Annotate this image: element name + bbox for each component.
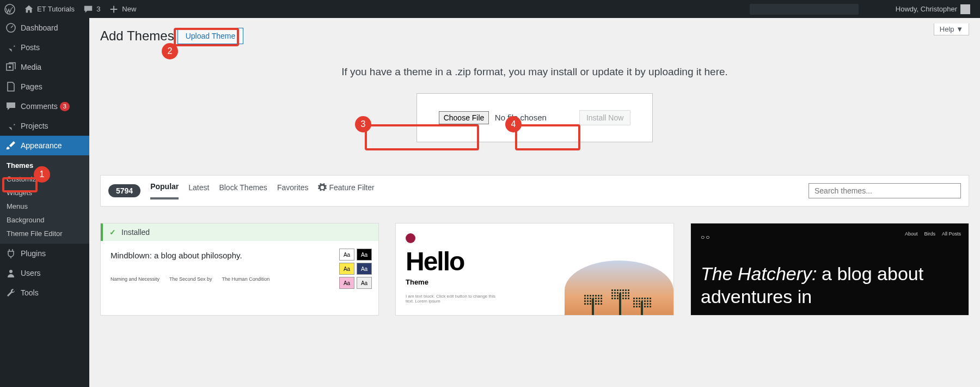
theme-col3: The Human Condition <box>222 276 270 282</box>
hatchery-nav: About Birds All Posts <box>905 231 961 237</box>
theme-card-hatchery[interactable]: ○○ About Birds All Posts The Hatchery: a… <box>690 223 969 316</box>
theme-preview: Mindblown: a blog about philosophy. Nami… <box>101 241 378 292</box>
comment-icon <box>83 4 93 14</box>
svg-point-2 <box>9 66 11 68</box>
site-home-link[interactable]: ET Tutorials <box>20 0 79 18</box>
wp-logo[interactable] <box>0 0 20 18</box>
wordpress-icon <box>4 4 15 15</box>
upload-theme-button[interactable]: Upload Theme <box>177 28 244 44</box>
filter-favorites[interactable]: Favorites <box>277 183 309 198</box>
adminbar-spacer <box>750 4 859 15</box>
theme-preview: Hello Theme I am text block. Click edit … <box>396 223 673 315</box>
site-name: ET Tutorials <box>37 5 75 13</box>
sidebar-item-dashboard[interactable]: Dashboard <box>0 18 89 38</box>
sidebar-sub-menus[interactable]: Menus <box>0 199 89 213</box>
elementor-icon <box>406 233 415 243</box>
sidebar-label: Comments <box>21 102 58 111</box>
sidebar-label: Posts <box>21 43 40 52</box>
sidebar-item-appearance[interactable]: Appearance <box>0 136 89 155</box>
comments-count: 3 <box>96 5 100 13</box>
new-label: New <box>122 5 136 13</box>
plugin-icon <box>5 248 16 259</box>
feature-filter-label: Feature Filter <box>329 183 374 192</box>
upload-box: Choose File No file chosen Install Now <box>416 93 653 142</box>
hatchery-title-italic: The Hatchery: <box>701 263 817 284</box>
comments-link[interactable]: 3 <box>79 0 105 18</box>
home-icon <box>24 4 34 14</box>
hello-lorem: I am text block. Click edit button to ch… <box>406 294 504 304</box>
content-area: Help ▼ Add Themes Upload Theme If you ha… <box>89 18 980 387</box>
nav-link: All Posts <box>942 231 961 237</box>
sidebar-sub-themes[interactable]: Themes <box>0 159 89 172</box>
sidebar-label: Tools <box>21 288 39 297</box>
theme-filter-bar: 5794 Popular Latest Block Themes Favorit… <box>100 175 969 207</box>
sidebar-item-projects[interactable]: Projects <box>0 116 89 136</box>
comments-badge: 3 <box>60 102 70 111</box>
upload-instructions: If you have a theme in a .zip format, yo… <box>100 66 969 78</box>
nav-link: Birds <box>924 231 935 237</box>
dashboard-icon <box>5 22 16 33</box>
sidebar-sub-background[interactable]: Background <box>0 213 89 227</box>
choose-file-button[interactable]: Choose File <box>439 111 489 124</box>
new-link[interactable]: New <box>105 0 140 18</box>
users-icon <box>5 268 16 279</box>
sidebar-item-pages[interactable]: Pages <box>0 77 89 96</box>
page-headline: Add Themes Upload Theme <box>100 28 969 44</box>
sunset-image <box>565 261 673 316</box>
install-now-button[interactable]: Install Now <box>579 110 630 125</box>
plus-icon <box>109 4 119 14</box>
howdy-text: Howdy, Christopher <box>896 5 957 13</box>
sidebar-item-tools[interactable]: Tools <box>0 283 89 303</box>
sidebar-label: Dashboard <box>21 23 58 32</box>
filter-latest[interactable]: Latest <box>188 183 209 198</box>
swatch: Aa <box>339 263 354 275</box>
sidebar-label: Users <box>21 269 41 277</box>
comment-icon <box>5 101 16 112</box>
admin-bar: ET Tutorials 3 New Howdy, Christopher <box>0 0 980 18</box>
theme-preview-title: Mindblown: a blog about philosophy. <box>111 251 369 260</box>
file-picker-group: Choose File No file chosen <box>439 111 547 124</box>
sidebar-item-users[interactable]: Users <box>0 263 89 283</box>
sidebar-item-media[interactable]: Media <box>0 57 89 77</box>
sidebar-item-plugins[interactable]: Plugins <box>0 244 89 263</box>
hatchery-title: The Hatchery: a blog about adventures in <box>701 263 959 309</box>
theme-card-installed[interactable]: ✓ Installed Mindblown: a blog about phil… <box>100 223 379 316</box>
sidebar-label: Appearance <box>21 141 62 150</box>
filter-popular[interactable]: Popular <box>150 182 179 199</box>
installed-badge: ✓ Installed <box>101 223 378 241</box>
sidebar-label: Pages <box>21 82 42 91</box>
search-themes-input[interactable] <box>808 183 961 198</box>
sidebar-label: Media <box>21 63 41 71</box>
theme-count-badge: 5794 <box>108 184 140 197</box>
user-menu[interactable]: Howdy, Christopher <box>891 0 975 18</box>
theme-col2: The Second Sex by <box>169 276 212 282</box>
theme-card-hello[interactable]: Hello Theme I am text block. Click edit … <box>395 223 674 316</box>
help-tab[interactable]: Help ▼ <box>934 23 969 35</box>
svg-point-3 <box>9 270 13 273</box>
pin-icon <box>5 42 16 53</box>
sidebar-sub-theme-file-editor[interactable]: Theme File Editor <box>0 227 89 240</box>
page-icon <box>5 81 16 92</box>
filter-block-themes[interactable]: Block Themes <box>219 183 267 198</box>
swatch: Aa <box>339 249 354 261</box>
upload-panel: If you have a theme in a .zip format, yo… <box>100 66 969 142</box>
feature-filter-link[interactable]: Feature Filter <box>318 183 374 198</box>
sidebar-item-comments[interactable]: Comments 3 <box>0 96 89 116</box>
media-icon <box>5 62 16 72</box>
style-swatches: AaAa AaAa AaAa <box>339 249 372 289</box>
theme-col1: Naming and Necessity <box>111 276 160 282</box>
page-title: Add Themes <box>100 28 174 44</box>
sidebar-sub-customize[interactable]: Customize <box>0 172 89 186</box>
sidebar-sub-widgets[interactable]: Widgets <box>0 186 89 199</box>
gear-icon <box>318 183 327 192</box>
swatch: Aa <box>357 249 372 261</box>
sidebar-label: Projects <box>21 122 48 130</box>
swatch: Aa <box>357 263 372 275</box>
themes-grid: ✓ Installed Mindblown: a blog about phil… <box>100 223 969 316</box>
sidebar-item-posts[interactable]: Posts <box>0 38 89 57</box>
swatch: Aa <box>357 277 372 289</box>
check-icon: ✓ <box>109 228 116 237</box>
swatch: Aa <box>339 277 354 289</box>
pin-icon <box>5 120 16 131</box>
admin-sidebar: Dashboard Posts Media Pages Comments 3 P… <box>0 18 89 387</box>
